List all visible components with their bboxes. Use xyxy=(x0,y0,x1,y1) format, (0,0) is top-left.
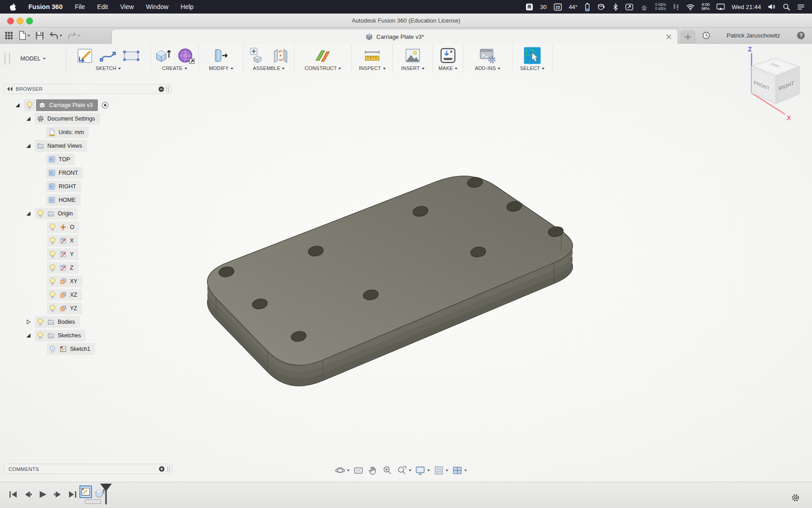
version-history-icon[interactable] xyxy=(702,31,710,40)
tree-row-y[interactable]: Y xyxy=(4,247,171,261)
orbit-icon[interactable] xyxy=(335,465,350,476)
browser-header[interactable]: BROWSER xyxy=(4,84,171,94)
grid-settings-icon[interactable] xyxy=(434,465,448,476)
viewports-icon[interactable] xyxy=(452,465,467,476)
traffic-icon[interactable] xyxy=(673,3,679,11)
scripts-addins-icon[interactable] xyxy=(479,47,497,64)
help-icon[interactable]: ? xyxy=(797,31,805,40)
menubar-item-help[interactable]: Help xyxy=(180,3,194,10)
save-button[interactable] xyxy=(35,31,44,40)
bulb-icon[interactable] xyxy=(49,237,56,245)
active-app-name[interactable]: Fusion 360 xyxy=(28,3,63,10)
user-account-button[interactable]: Patrick Jaruschowitz xyxy=(717,28,789,43)
step-back-icon[interactable] xyxy=(22,489,34,500)
timeline-sketch-feature[interactable] xyxy=(79,485,92,498)
sketch-create-icon[interactable] xyxy=(76,47,93,64)
workspace-switcher[interactable]: MODEL xyxy=(0,43,66,74)
expander-open-icon[interactable] xyxy=(25,210,32,217)
bulb-icon[interactable] xyxy=(49,345,56,353)
panel-resize-handle[interactable] xyxy=(166,86,169,92)
construct-plane-icon[interactable] xyxy=(314,47,332,65)
tree-row-origin[interactable]: Origin xyxy=(4,207,171,220)
new-file-button[interactable] xyxy=(18,31,30,40)
tree-row-yz[interactable]: YZ xyxy=(4,302,171,315)
capture-icon[interactable] xyxy=(625,3,633,11)
cup-icon[interactable] xyxy=(597,3,606,11)
spy-icon[interactable] xyxy=(640,3,648,11)
expander-open-icon[interactable] xyxy=(25,143,32,149)
rectangle-icon[interactable] xyxy=(122,47,140,64)
close-tab-icon[interactable] xyxy=(665,33,672,40)
bulb-icon[interactable] xyxy=(37,210,44,218)
timeline-settings-gear-icon[interactable] xyxy=(791,493,800,503)
toolbar-drag-handle[interactable] xyxy=(5,53,10,65)
search-icon[interactable] xyxy=(783,3,790,11)
menubar-item-window[interactable]: Window xyxy=(146,3,169,10)
expander-open-icon[interactable] xyxy=(25,116,32,122)
speaker-icon[interactable] xyxy=(768,3,776,10)
ribbon-group-label[interactable]: INSERT xyxy=(401,65,424,71)
menubar-item-file[interactable]: File xyxy=(75,3,85,10)
ribbon-group-label[interactable]: CREATE xyxy=(162,65,187,71)
measure-icon[interactable] xyxy=(363,47,381,64)
tree-row-xz[interactable]: XZ xyxy=(4,288,171,302)
tree-row-sketch1[interactable]: Sketch1 xyxy=(4,342,171,356)
undo-button[interactable] xyxy=(49,31,62,40)
ribbon-group-label[interactable]: CONSTRUCT xyxy=(305,65,341,71)
bulb-icon[interactable] xyxy=(49,277,56,285)
menubar-item-view[interactable]: View xyxy=(120,3,134,10)
layers-icon[interactable] xyxy=(526,3,533,11)
bulb-icon[interactable] xyxy=(37,331,44,340)
new-component-icon[interactable] xyxy=(249,47,267,65)
expander-open-icon[interactable] xyxy=(25,332,32,339)
panel-resize-handle[interactable] xyxy=(167,466,170,472)
new-tab-button[interactable] xyxy=(680,30,696,43)
tree-row-xy[interactable]: XY xyxy=(4,275,171,288)
zoom-icon[interactable] xyxy=(382,465,393,476)
apps-grid-button[interactable] xyxy=(5,31,13,40)
pan-icon[interactable] xyxy=(368,465,378,476)
apple-menu-icon[interactable] xyxy=(9,3,16,11)
joint-icon[interactable] xyxy=(272,47,289,65)
tree-row-sketches[interactable]: Sketches xyxy=(4,329,171,342)
ribbon-group-label[interactable]: MODIFY xyxy=(209,65,233,71)
minimize-panel-icon[interactable] xyxy=(158,86,164,92)
menubar-item-edit[interactable]: Edit xyxy=(97,3,108,10)
bluetooth-icon[interactable] xyxy=(613,3,618,11)
ribbon-group-label[interactable]: INSPECT xyxy=(359,65,385,71)
select-icon[interactable] xyxy=(524,47,541,64)
bulb-icon[interactable] xyxy=(49,264,56,272)
expander-closed-icon[interactable] xyxy=(25,319,32,325)
redo-button[interactable] xyxy=(67,31,80,40)
play-icon[interactable] xyxy=(37,489,49,500)
tree-row-home[interactable]: HOME xyxy=(4,193,171,207)
insert-image-icon[interactable] xyxy=(404,47,422,65)
display-settings-icon[interactable] xyxy=(415,465,430,476)
display-icon[interactable] xyxy=(716,3,725,10)
ribbon-group-label[interactable]: ASSEMBLE xyxy=(253,65,285,71)
menu-list-icon[interactable] xyxy=(797,4,805,10)
tree-row-x[interactable]: X xyxy=(4,234,171,247)
press-pull-icon[interactable] xyxy=(212,47,230,65)
tree-row-top[interactable]: TOP xyxy=(4,153,171,166)
wifi-icon[interactable] xyxy=(686,4,695,10)
3d-print-icon[interactable] xyxy=(439,47,457,65)
step-forward-icon[interactable] xyxy=(52,489,64,500)
bulb-icon[interactable] xyxy=(49,223,56,231)
bulb-icon[interactable] xyxy=(37,318,44,326)
tree-row-bodies[interactable]: Bodies xyxy=(4,315,171,329)
ribbon-group-label[interactable]: ADD-INS xyxy=(475,65,501,71)
tree-row-document-settings[interactable]: Document Settings xyxy=(4,112,171,126)
collapse-panel-icon[interactable] xyxy=(6,86,13,92)
fit-icon[interactable] xyxy=(397,465,411,476)
tree-row-o[interactable]: O xyxy=(4,220,171,234)
ribbon-group-label[interactable]: MAKE xyxy=(438,65,457,71)
activate-component-radio[interactable] xyxy=(101,101,109,109)
tree-row-carriage-plate-v3[interactable]: Carriage Plate v3 xyxy=(4,98,171,112)
document-tab[interactable]: Carriage Plate v3* xyxy=(111,29,678,44)
ribbon-group-label[interactable]: SELECT xyxy=(520,65,544,71)
bulb-icon[interactable] xyxy=(49,250,56,258)
calendar-icon[interactable]: 22 xyxy=(554,3,562,11)
extrude-icon[interactable] xyxy=(154,47,172,65)
look-at-icon[interactable] xyxy=(353,465,364,476)
